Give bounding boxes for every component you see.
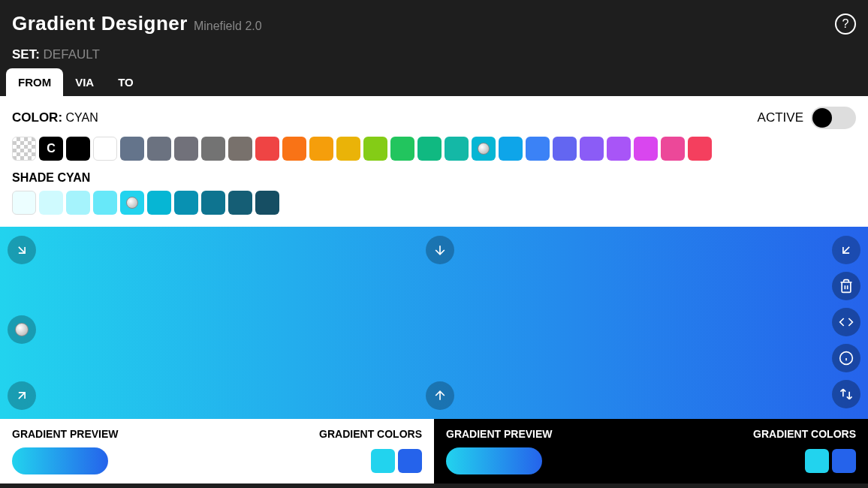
direction-tr-button[interactable] <box>832 236 860 264</box>
color-swatch-cyan[interactable] <box>472 137 496 161</box>
direction-b-button[interactable] <box>426 381 454 410</box>
color-swatch-black[interactable] <box>66 137 90 161</box>
direction-tl-button[interactable] <box>8 236 36 264</box>
toggle-knob <box>812 108 832 128</box>
direction-l-button[interactable] <box>8 315 36 344</box>
mini-swatch-to-dark[interactable] <box>832 449 856 473</box>
shade-swatch-500[interactable] <box>147 191 171 215</box>
shade-swatch-600[interactable] <box>174 191 198 215</box>
preview-label-light: GRADIENT PREVIEW <box>12 428 119 440</box>
active-toggle-group: ACTIVE <box>758 107 856 129</box>
app-subtitle: Minefield 2.0 <box>194 20 262 33</box>
color-swatch-red[interactable] <box>255 137 279 161</box>
colors-label-dark: GRADIENT COLORS <box>753 428 856 440</box>
info-icon <box>839 351 854 366</box>
gradient-preview <box>0 227 868 419</box>
color-swatch-purple[interactable] <box>607 137 631 161</box>
code-button[interactable] <box>832 308 860 336</box>
mini-swatch-to-light[interactable] <box>398 449 422 473</box>
info-button[interactable] <box>832 344 860 372</box>
color-swatches: C <box>12 137 856 161</box>
color-value: CYAN <box>66 111 98 124</box>
direction-t-button[interactable] <box>426 236 454 264</box>
help-icon[interactable]: ? <box>835 14 856 35</box>
header-title-group: Gradient Designer Minefield 2.0 <box>12 12 262 35</box>
shade-label: SHADE CYAN <box>12 171 856 185</box>
selected-dot-icon <box>15 323 29 336</box>
color-swatch-neutral[interactable] <box>201 137 225 161</box>
color-swatch-lime[interactable] <box>363 137 387 161</box>
app-title: Gradient Designer <box>12 12 188 35</box>
color-label: COLOR: <box>12 110 62 125</box>
shade-swatch-200[interactable] <box>66 191 90 215</box>
set-value: DEFAULT <box>44 47 100 62</box>
color-swatch-violet[interactable] <box>580 137 604 161</box>
tabs: FROM VIA TO <box>0 68 868 96</box>
color-swatch-blue[interactable] <box>526 137 550 161</box>
color-swatch-gray[interactable] <box>147 137 171 161</box>
color-swatch-fuchsia[interactable] <box>634 137 658 161</box>
header: Gradient Designer Minefield 2.0 ? <box>0 0 868 47</box>
set-label: SET: <box>12 47 40 62</box>
swap-button[interactable] <box>832 380 860 408</box>
trash-icon <box>839 279 854 294</box>
color-swatch-transparent[interactable] <box>12 137 36 161</box>
tab-from[interactable]: FROM <box>6 68 63 96</box>
color-swatch-pink[interactable] <box>661 137 685 161</box>
color-swatch-rose[interactable] <box>688 137 712 161</box>
color-swatch-current[interactable]: C <box>39 137 63 161</box>
mini-swatch-from-dark[interactable] <box>805 449 829 473</box>
shade-swatch-100[interactable] <box>39 191 63 215</box>
color-swatch-white[interactable] <box>93 137 117 161</box>
mini-gradient-light <box>12 447 108 474</box>
color-row: COLOR: CYAN ACTIVE <box>12 107 856 129</box>
swap-icon <box>839 387 854 402</box>
shade-swatch-400[interactable] <box>120 191 144 215</box>
shade-swatch-300[interactable] <box>93 191 117 215</box>
shade-swatch-50[interactable] <box>12 191 36 215</box>
color-swatch-zinc[interactable] <box>174 137 198 161</box>
mini-colors-dark <box>805 449 856 473</box>
tab-via[interactable]: VIA <box>63 68 106 96</box>
active-label: ACTIVE <box>758 110 803 125</box>
color-swatch-amber[interactable] <box>309 137 333 161</box>
shade-swatch-900[interactable] <box>255 191 279 215</box>
color-swatch-yellow[interactable] <box>336 137 360 161</box>
shade-section: SHADE CYAN <box>12 171 856 215</box>
color-swatch-slate[interactable] <box>120 137 144 161</box>
shade-swatch-700[interactable] <box>201 191 225 215</box>
color-swatch-emerald[interactable] <box>417 137 442 161</box>
color-swatch-orange[interactable] <box>282 137 306 161</box>
mini-swatch-from-light[interactable] <box>371 449 395 473</box>
color-swatch-stone[interactable] <box>228 137 252 161</box>
color-swatch-green[interactable] <box>390 137 414 161</box>
mini-colors-light <box>371 449 422 473</box>
footer-light: GRADIENT PREVIEW GRADIENT COLORS <box>0 419 434 483</box>
footer-dark: GRADIENT PREVIEW GRADIENT COLORS <box>434 419 868 483</box>
colors-label-light: GRADIENT COLORS <box>319 428 422 440</box>
code-icon <box>839 315 854 330</box>
mini-gradient-dark <box>446 447 542 474</box>
preview-label-dark: GRADIENT PREVIEW <box>446 428 553 440</box>
shade-swatches <box>12 191 856 215</box>
shade-swatch-800[interactable] <box>228 191 252 215</box>
tab-to[interactable]: TO <box>106 68 146 96</box>
direction-bl-button[interactable] <box>8 381 36 410</box>
set-row: SET: DEFAULT <box>0 47 868 68</box>
selected-dot-icon <box>126 197 138 209</box>
color-swatch-indigo[interactable] <box>553 137 577 161</box>
selected-dot-icon <box>478 143 490 155</box>
trash-button[interactable] <box>832 272 860 300</box>
footer: GRADIENT PREVIEW GRADIENT COLORS GRADIEN… <box>0 419 868 483</box>
color-swatch-sky[interactable] <box>499 137 523 161</box>
color-panel: COLOR: CYAN ACTIVE C SHADE CYAN <box>0 96 868 227</box>
active-toggle[interactable] <box>811 107 856 129</box>
color-swatch-teal[interactable] <box>445 137 469 161</box>
color-label-group: COLOR: CYAN <box>12 110 98 125</box>
